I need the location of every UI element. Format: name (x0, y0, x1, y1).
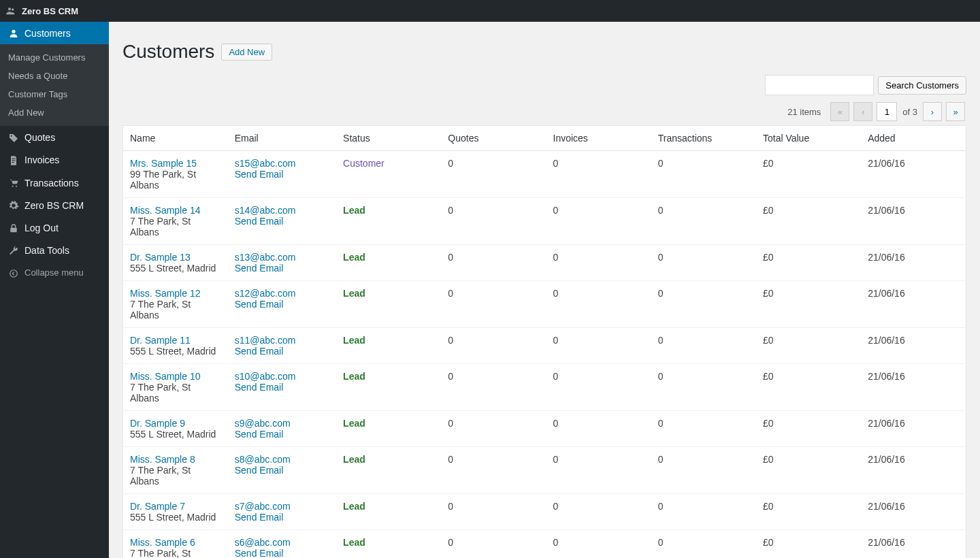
customer-email-link[interactable]: s15@abc.com (235, 158, 296, 169)
sidebar-submenu-customers: Manage Customers Needs a Quote Customer … (0, 44, 109, 126)
current-page-input[interactable] (877, 102, 897, 121)
quotes-count: 0 (441, 530, 546, 559)
send-email-link[interactable]: Send Email (235, 169, 284, 180)
sidebar-item-logout[interactable]: Log Out (0, 216, 109, 239)
submenu-needs-quote[interactable]: Needs a Quote (0, 67, 109, 85)
sidebar-label-invoices: Invoices (24, 154, 59, 165)
customer-name-link[interactable]: Miss. Sample 14 (130, 205, 200, 216)
transactions-count: 0 (651, 198, 756, 245)
invoices-count: 0 (546, 245, 651, 281)
quotes-count: 0 (441, 328, 546, 364)
added-date: 21/06/16 (861, 411, 966, 447)
gear-icon (7, 199, 20, 211)
customer-email-link[interactable]: s8@abc.com (235, 454, 291, 465)
transactions-count: 0 (651, 281, 756, 328)
col-transactions[interactable]: Transactions (651, 126, 756, 151)
sidebar-label-logout: Log Out (24, 223, 59, 233)
sidebar-item-customers[interactable]: Customers (0, 22, 109, 44)
customer-email-link[interactable]: s13@abc.com (235, 252, 296, 263)
customer-email-link[interactable]: s6@abc.com (235, 537, 291, 548)
quotes-count: 0 (441, 447, 546, 494)
send-email-link[interactable]: Send Email (235, 429, 284, 440)
added-date: 21/06/16 (861, 364, 966, 411)
sidebar-item-zerobs[interactable]: Zero BS CRM (0, 194, 109, 216)
admin-sidebar: Customers Manage Customers Needs a Quote… (0, 22, 109, 558)
col-status[interactable]: Status (336, 126, 441, 151)
status-label: Lead (343, 537, 365, 548)
send-email-link[interactable]: Send Email (235, 382, 284, 393)
customer-name-link[interactable]: Dr. Sample 11 (130, 335, 191, 346)
svg-rect-9 (10, 227, 16, 232)
col-invoices[interactable]: Invoices (546, 126, 651, 151)
search-customers-button[interactable]: Search Customers (878, 76, 966, 95)
svg-point-0 (8, 8, 11, 11)
col-added[interactable]: Added (861, 126, 966, 151)
lock-icon (7, 222, 20, 233)
send-email-link[interactable]: Send Email (235, 548, 284, 558)
send-email-link[interactable]: Send Email (235, 512, 284, 523)
total-value: £0 (756, 151, 861, 198)
customer-name-link[interactable]: Dr. Sample 9 (130, 418, 185, 429)
added-date: 21/06/16 (861, 328, 966, 364)
send-email-link[interactable]: Send Email (235, 465, 284, 476)
total-value: £0 (756, 281, 861, 328)
col-email[interactable]: Email (228, 126, 336, 151)
customer-address: 7 The Park, St Albans (130, 382, 191, 404)
status-label: Lead (343, 205, 365, 216)
sidebar-item-quotes[interactable]: Quotes (0, 126, 109, 148)
customer-email-link[interactable]: s12@abc.com (235, 288, 296, 299)
sidebar-item-invoices[interactable]: Invoices (0, 149, 109, 171)
group-icon (5, 5, 16, 17)
sidebar-label-zerobs: Zero BS CRM (24, 200, 84, 211)
send-email-link[interactable]: Send Email (235, 216, 284, 227)
last-page-button[interactable]: » (946, 102, 965, 121)
status-label: Lead (343, 501, 365, 512)
prev-page-button[interactable]: ‹ (853, 102, 872, 121)
cart-icon (7, 177, 20, 188)
customer-email-link[interactable]: s11@abc.com (235, 335, 296, 346)
sidebar-label-quotes: Quotes (24, 132, 55, 143)
added-date: 21/06/16 (861, 245, 966, 281)
customer-name-link[interactable]: Miss. Sample 12 (130, 288, 200, 299)
customer-email-link[interactable]: s7@abc.com (235, 501, 291, 512)
table-row: Miss. Sample 127 The Park, St Albanss12@… (123, 281, 966, 328)
quotes-count: 0 (441, 151, 546, 198)
submenu-customer-tags[interactable]: Customer Tags (0, 85, 109, 103)
customer-email-link[interactable]: s14@abc.com (235, 205, 296, 216)
invoices-count: 0 (546, 411, 651, 447)
send-email-link[interactable]: Send Email (235, 263, 284, 274)
add-new-button[interactable]: Add New (221, 44, 272, 61)
customer-email-link[interactable]: s9@abc.com (235, 418, 291, 429)
customer-address: 7 The Park, St Albans (130, 299, 191, 321)
customer-address: 99 The Park, St Albans (130, 169, 196, 191)
send-email-link[interactable]: Send Email (235, 299, 284, 310)
submenu-manage-customers[interactable]: Manage Customers (0, 48, 109, 67)
col-quotes[interactable]: Quotes (441, 126, 546, 151)
customer-name-link[interactable]: Dr. Sample 13 (130, 252, 191, 263)
customer-name-link[interactable]: Dr. Sample 7 (130, 501, 185, 512)
collapse-menu[interactable]: Collapse menu (0, 262, 109, 284)
customer-address: 555 L Street, Madrid (130, 346, 216, 357)
customer-address: 7 The Park, St Albans (130, 465, 191, 487)
col-total[interactable]: Total Value (756, 126, 861, 151)
sidebar-item-datatools[interactable]: Data Tools (0, 240, 109, 262)
sidebar-item-transactions[interactable]: Transactions (0, 171, 109, 194)
transactions-count: 0 (651, 328, 756, 364)
customer-name-link[interactable]: Miss. Sample 10 (130, 371, 200, 382)
table-row: Dr. Sample 13555 L Street, Madrids13@abc… (123, 245, 966, 281)
search-input[interactable] (765, 75, 874, 95)
site-title[interactable]: Zero BS CRM (22, 6, 78, 16)
send-email-link[interactable]: Send Email (235, 346, 284, 357)
customer-name-link[interactable]: Miss. Sample 8 (130, 454, 195, 465)
invoices-count: 0 (546, 364, 651, 411)
customer-email-link[interactable]: s10@abc.com (235, 371, 296, 382)
next-page-button[interactable]: › (923, 102, 942, 121)
col-name[interactable]: Name (123, 126, 228, 151)
quotes-count: 0 (441, 411, 546, 447)
customer-name-link[interactable]: Mrs. Sample 15 (130, 158, 197, 169)
submenu-add-new[interactable]: Add New (0, 103, 109, 122)
quotes-count: 0 (441, 364, 546, 411)
invoices-count: 0 (546, 328, 651, 364)
first-page-button[interactable]: « (830, 102, 849, 121)
customer-name-link[interactable]: Miss. Sample 6 (130, 537, 195, 548)
